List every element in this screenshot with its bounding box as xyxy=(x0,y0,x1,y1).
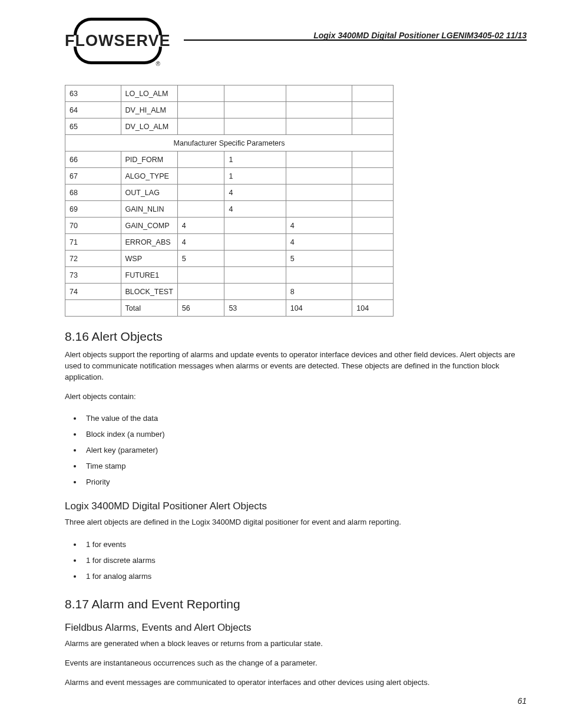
body-text: Events are instantaneous occurrences suc… xyxy=(65,658,527,669)
list-item: 1 for analog alarms xyxy=(82,568,527,584)
table-row: 71ERROR_ABS44 xyxy=(65,234,394,251)
table-cell xyxy=(286,102,352,118)
table-cell xyxy=(352,267,394,284)
table-cell xyxy=(177,201,224,218)
table-cell xyxy=(352,185,394,201)
table-cell xyxy=(352,201,394,218)
table-cell xyxy=(177,284,224,300)
body-text: Alarms are generated when a block leaves… xyxy=(65,638,527,650)
table-cell: WSP xyxy=(121,251,177,267)
table-cell xyxy=(352,151,394,168)
table-cell: ERROR_ABS xyxy=(121,234,177,251)
subsection-heading: Logix 3400MD Digital Positioner Alert Ob… xyxy=(65,500,527,512)
table-cell: 104 xyxy=(352,300,394,317)
table-cell: GAIN_COMP xyxy=(121,218,177,234)
table-cell: 72 xyxy=(65,251,121,267)
body-text: Alarms and event messages are communicat… xyxy=(65,677,527,689)
table-row: 66PID_FORM1 xyxy=(65,151,394,168)
body-text: Alert objects contain: xyxy=(65,391,527,403)
table-cell: 71 xyxy=(65,234,121,251)
table-cell: 56 xyxy=(177,300,224,317)
table-cell: 5 xyxy=(177,251,224,267)
table-cell: 73 xyxy=(65,267,121,284)
body-text: Alert objects support the reporting of a… xyxy=(65,350,527,383)
table-cell xyxy=(65,300,121,317)
list-item: The value of the data xyxy=(82,410,527,426)
bullet-list: The value of the dataBlock index (a numb… xyxy=(65,410,527,490)
list-item: Time stamp xyxy=(82,458,527,474)
table-cell: OUT_LAG xyxy=(121,185,177,201)
table-cell xyxy=(352,85,394,102)
table-cell xyxy=(224,251,286,267)
table-cell: 68 xyxy=(65,185,121,201)
table-cell xyxy=(352,251,394,267)
page-number: 61 xyxy=(517,696,527,706)
table-cell xyxy=(224,234,286,251)
list-item: 1 for events xyxy=(82,536,527,552)
table-cell xyxy=(224,267,286,284)
table-row: 74BLOCK_TEST8 xyxy=(65,284,394,300)
flowserve-logo: FLOWSERVE xyxy=(65,18,171,64)
table-cell xyxy=(286,201,352,218)
table-cell: 4 xyxy=(177,234,224,251)
subsection-heading: Fieldbus Alarms, Events and Alert Object… xyxy=(65,622,527,634)
table-cell: 65 xyxy=(65,118,121,135)
table-cell: 69 xyxy=(65,201,121,218)
table-cell xyxy=(352,102,394,118)
table-cell: DV_LO_ALM xyxy=(121,118,177,135)
table-row: 68OUT_LAG4 xyxy=(65,185,394,201)
table-cell: 66 xyxy=(65,151,121,168)
table-row: 67ALGO_TYPE1 xyxy=(65,168,394,185)
list-item: 1 for discrete alarms xyxy=(82,552,527,568)
table-cell: LO_LO_ALM xyxy=(121,85,177,102)
table-cell xyxy=(286,118,352,135)
table-cell: FUTURE1 xyxy=(121,267,177,284)
table-cell xyxy=(177,85,224,102)
table-cell: 67 xyxy=(65,168,121,185)
list-item: Priority xyxy=(82,474,527,490)
table-section-header: Manufacturer Specific Parameters xyxy=(65,135,394,151)
table-cell: 104 xyxy=(286,300,352,317)
body-text: Three alert objects are defined in the L… xyxy=(65,517,527,528)
table-cell xyxy=(224,218,286,234)
table-row: 65DV_LO_ALM xyxy=(65,118,394,135)
table-cell xyxy=(224,118,286,135)
table-cell xyxy=(286,267,352,284)
table-cell: 4 xyxy=(224,201,286,218)
table-row: 70GAIN_COMP44 xyxy=(65,218,394,234)
section-heading: 8.16 Alert Objects xyxy=(65,330,527,344)
table-row: 64DV_HI_ALM xyxy=(65,102,394,118)
table-cell: 1 xyxy=(224,151,286,168)
table-cell xyxy=(224,284,286,300)
table-cell xyxy=(177,151,224,168)
table-cell: PID_FORM xyxy=(121,151,177,168)
table-cell xyxy=(224,85,286,102)
table-cell xyxy=(352,168,394,185)
table-row: 69GAIN_NLIN4 xyxy=(65,201,394,218)
table-cell xyxy=(352,218,394,234)
table-cell: BLOCK_TEST xyxy=(121,284,177,300)
doc-title: Logix 3400MD Digital Positioner LGENIM34… xyxy=(313,31,527,40)
table-cell xyxy=(352,234,394,251)
table-cell xyxy=(177,185,224,201)
table-row: 63LO_LO_ALM xyxy=(65,85,394,102)
table-cell xyxy=(177,102,224,118)
table-cell xyxy=(286,168,352,185)
table-row: 73FUTURE1 xyxy=(65,267,394,284)
table-cell: 5 xyxy=(286,251,352,267)
bullet-list: 1 for events1 for discrete alarms1 for a… xyxy=(65,536,527,584)
table-cell: ALGO_TYPE xyxy=(121,168,177,185)
list-item: Alert key (parameter) xyxy=(82,442,527,458)
table-cell: 8 xyxy=(286,284,352,300)
table-cell: Total xyxy=(121,300,177,317)
table-cell xyxy=(224,102,286,118)
table-cell xyxy=(352,118,394,135)
list-item: Block index (a number) xyxy=(82,426,527,442)
table-cell xyxy=(177,267,224,284)
section-heading: 8.17 Alarm and Event Reporting xyxy=(65,597,527,611)
table-cell: 53 xyxy=(224,300,286,317)
table-cell: 4 xyxy=(224,185,286,201)
table-cell xyxy=(286,151,352,168)
table-cell: 74 xyxy=(65,284,121,300)
table-cell: GAIN_NLIN xyxy=(121,201,177,218)
